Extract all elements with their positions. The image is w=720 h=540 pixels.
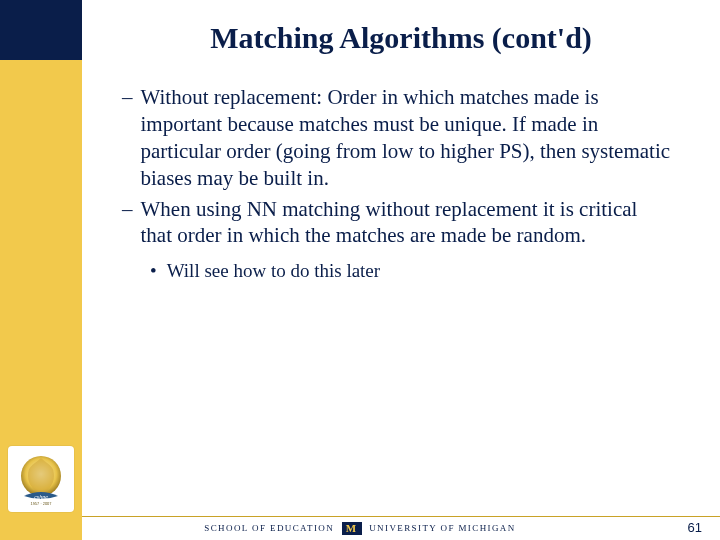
cshpe-anniversary-icon: cshpe 1957 · 2007 [14,452,68,506]
bullet-dash-icon: – [122,196,141,250]
bullet-text: Without replacement: Order in which matc… [141,84,673,192]
bullet-item: – Without replacement: Order in which ma… [122,84,672,192]
sub-bullet-item: • Will see how to do this later [150,259,672,283]
svg-text:cshpe: cshpe [34,494,48,500]
michigan-m-icon: M [342,522,362,535]
left-rail: cshpe 1957 · 2007 [0,0,82,540]
cshpe-logo: cshpe 1957 · 2007 [8,446,74,512]
footer-right-text: UNIVERSITY OF MICHIGAN [369,523,515,533]
footer-divider [82,516,720,517]
bullet-dot-icon: • [150,259,167,283]
slide-title: Matching Algorithms (cont'd) [82,0,720,56]
footer-brand: SCHOOL OF EDUCATION M UNIVERSITY OF MICH… [0,522,720,535]
body-text: – Without replacement: Order in which ma… [82,56,720,284]
sub-bullet-text: Will see how to do this later [167,259,380,283]
footer: SCHOOL OF EDUCATION M UNIVERSITY OF MICH… [0,516,720,540]
bullet-text: When using NN matching without replaceme… [141,196,673,250]
rail-navy-block [0,0,82,60]
page-number: 61 [688,520,702,535]
bullet-dash-icon: – [122,84,141,192]
footer-left-text: SCHOOL OF EDUCATION [204,523,334,533]
bullet-item: – When using NN matching without replace… [122,196,672,250]
slide-content: Matching Algorithms (cont'd) – Without r… [82,0,720,540]
svg-text:1957 · 2007: 1957 · 2007 [30,501,52,506]
